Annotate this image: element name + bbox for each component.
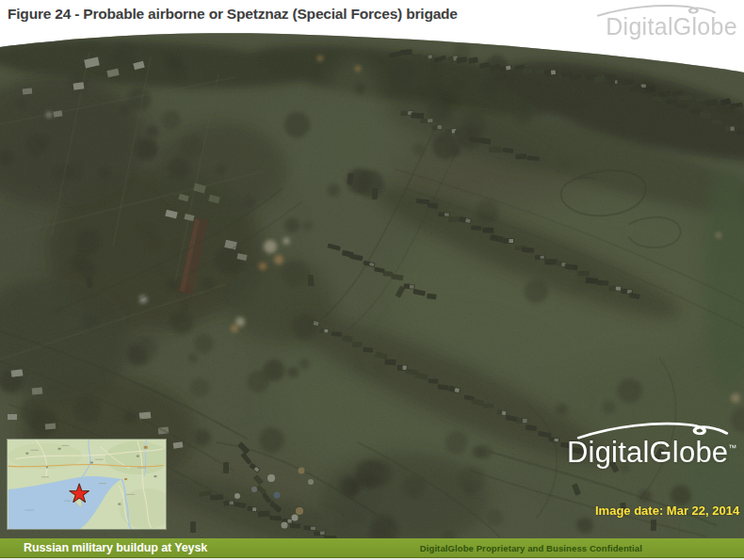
footer-bar: Russian military buildup at Yeysk Digita… — [0, 538, 744, 558]
image-date-label: Image date: Mar 22, 2014 — [595, 504, 739, 518]
trademark-symbol: ™ — [728, 443, 736, 453]
digitalglobe-logo-watermark: DigitalGlobe™ — [563, 418, 744, 476]
report-figure: Figure 24 - Probable airborne or Spetzna… — [0, 0, 744, 560]
digitalglobe-logo-top-text: DigitalGlobe — [606, 13, 737, 40]
footer-caption: Russian military buildup at Yeysk — [24, 541, 207, 554]
location-inset-map — [7, 439, 167, 530]
digitalglobe-logo-top: DigitalGlobe — [577, 0, 737, 41]
footer-confidentiality: DigitalGlobe Proprietary and Business Co… — [420, 543, 642, 553]
figure-title: Figure 24 - Probable airborne or Spetzna… — [8, 6, 458, 23]
digitalglobe-logo-watermark-text: DigitalGlobe™ — [567, 436, 736, 470]
